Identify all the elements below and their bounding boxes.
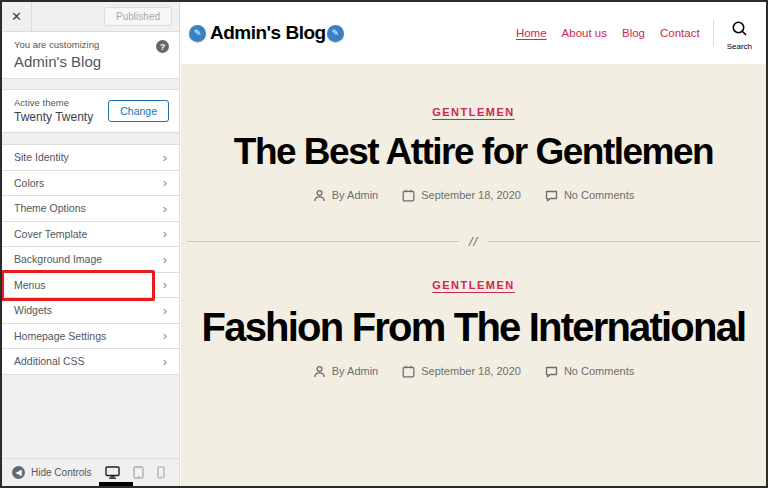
close-customizer-button[interactable]: ✕ [2,2,32,31]
sidebar-item-site-identity[interactable]: Site Identity › [2,145,179,171]
author-label: By Admin [332,365,378,377]
customizer-section-list: Site Identity › Colors › Theme Options ›… [2,144,179,375]
edit-site-title-icon[interactable]: ✎ [189,25,206,42]
site-header: ✎ Admin's Blog ✎ Home About us Blog Cont… [181,2,766,64]
category-link[interactable]: GENTLEMEN [432,279,515,291]
posts-feed: GENTLEMEN The Best Attire for Gentlemen … [181,64,766,486]
customizer-sidebar: ✕ Published You are customizing Admin's … [2,2,180,486]
device-preview-switcher [105,466,169,479]
post-card: GENTLEMEN Fashion From The International… [181,275,766,378]
comments-label: No Comments [564,189,634,201]
date-label: September 18, 2020 [421,189,521,201]
author-label: By Admin [332,189,378,201]
post-comments-link[interactable]: No Comments [545,189,634,202]
section-label: Widgets [14,304,52,316]
separator-line [488,241,760,242]
active-theme-panel: Active theme Twenty Twenty Change [2,89,179,133]
nav-link-blog[interactable]: Blog [622,27,645,39]
section-label: Additional CSS [14,355,85,367]
section-label: Background Image [14,253,102,265]
customizer-footer: ◀ Hide Controls [2,458,179,486]
post-date-link[interactable]: September 18, 2020 [402,189,521,202]
tablet-preview-icon[interactable] [133,466,144,479]
section-label: Homepage Settings [14,330,106,342]
post-title-link[interactable]: Fashion From The International [181,305,766,349]
sidebar-item-colors[interactable]: Colors › [2,171,179,197]
hide-controls-label[interactable]: Hide Controls [31,467,92,478]
collapse-arrow-icon[interactable]: ◀ [12,466,25,479]
change-theme-button[interactable]: Change [108,100,169,122]
header-divider [713,20,714,46]
nav-link-about-us[interactable]: About us [562,27,607,39]
primary-nav: Home About us Blog Contact [516,27,700,39]
post-comments-link[interactable]: No Comments [545,365,634,378]
customizing-kicker: You are customizing [14,39,167,50]
nav-link-contact[interactable]: Contact [660,27,700,39]
post-separator: // [187,234,760,249]
search-toggle[interactable]: Search [727,20,752,51]
chevron-right-icon: › [163,151,167,164]
section-label: Cover Template [14,228,87,240]
chevron-right-icon: › [163,176,167,189]
post-card: GENTLEMEN The Best Attire for Gentlemen … [181,102,766,202]
chevron-right-icon: › [163,304,167,317]
comments-icon [545,189,558,202]
sidebar-item-theme-options[interactable]: Theme Options › [2,196,179,222]
sidebar-item-additional-css[interactable]: Additional CSS › [2,349,179,375]
calendar-icon [402,189,415,202]
section-label: Theme Options [14,202,86,214]
post-title-link[interactable]: The Best Attire for Gentlemen [181,132,766,173]
chevron-right-icon: › [163,253,167,266]
help-icon[interactable]: ? [156,40,169,53]
date-label: September 18, 2020 [421,365,521,377]
post-meta: By Admin September 18, 2020 No Comments [181,365,766,378]
customizing-panel: You are customizing Admin's Blog ? [2,32,179,79]
nav-link-home[interactable]: Home [516,27,547,39]
comments-label: No Comments [564,365,634,377]
post-meta: By Admin September 18, 2020 No Comments [181,189,766,202]
post-author-link[interactable]: By Admin [313,189,378,202]
category-link[interactable]: GENTLEMEN [432,106,515,118]
post-date-link[interactable]: September 18, 2020 [402,365,521,378]
calendar-icon [402,365,415,378]
search-icon [731,20,748,41]
post-author-link[interactable]: By Admin [313,365,378,378]
author-icon [313,365,326,378]
section-label: Site Identity [14,151,69,163]
section-label: Menus [14,279,46,291]
separator-glyph: // [469,234,478,249]
preview-site-title[interactable]: Admin's Blog [210,22,326,44]
chevron-right-icon: › [163,227,167,240]
separator-line [187,241,459,242]
customizer-topbar: ✕ Published [2,2,179,32]
chevron-right-icon: › [163,329,167,342]
customizing-site-title: Admin's Blog [14,53,167,70]
published-button[interactable]: Published [104,7,172,26]
comments-icon [545,365,558,378]
sidebar-item-widgets[interactable]: Widgets › [2,298,179,324]
sidebar-item-menus[interactable]: Menus › [2,273,179,299]
site-preview: ✎ Admin's Blog ✎ Home About us Blog Cont… [181,2,766,486]
chevron-right-icon: › [163,278,167,291]
active-theme-name: Twenty Twenty [14,110,93,124]
sidebar-item-homepage-settings[interactable]: Homepage Settings › [2,324,179,350]
author-icon [313,189,326,202]
search-label: Search [727,42,752,51]
active-device-indicator [99,482,133,487]
section-label: Colors [14,177,44,189]
edit-tagline-icon[interactable]: ✎ [327,25,344,42]
active-theme-label: Active theme [14,97,93,108]
customizer-screen: ✕ Published You are customizing Admin's … [0,0,768,488]
mobile-preview-icon[interactable] [157,466,165,479]
sidebar-item-cover-template[interactable]: Cover Template › [2,222,179,248]
chevron-right-icon: › [163,202,167,215]
desktop-preview-icon[interactable] [105,466,120,479]
sidebar-item-background-image[interactable]: Background Image › [2,247,179,273]
chevron-right-icon: › [163,355,167,368]
